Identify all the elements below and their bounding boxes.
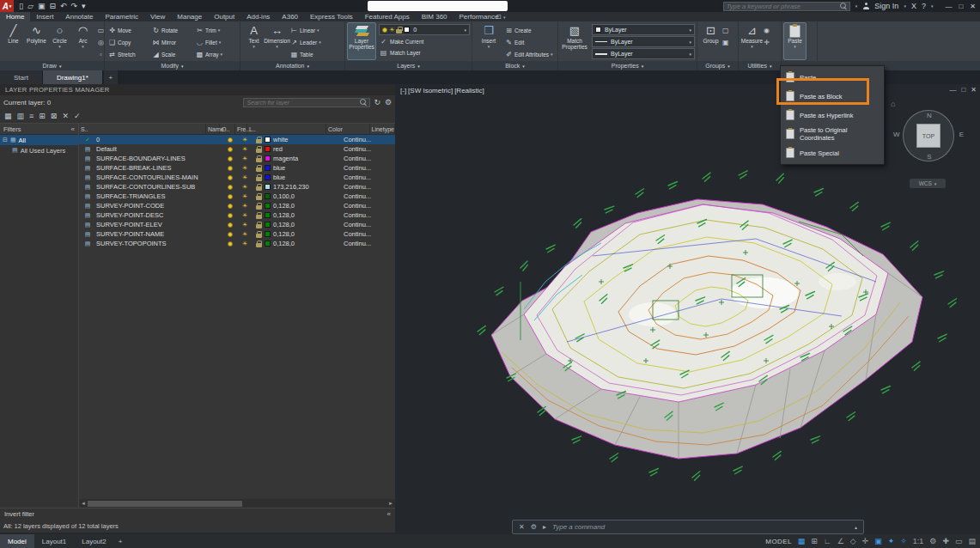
panel-label-block[interactable]: Block▾ xyxy=(472,61,558,70)
id-point-icon[interactable]: ✛ xyxy=(764,36,770,48)
search-icon[interactable] xyxy=(840,3,847,9)
layer-color-cell[interactable]: 0,128,0 xyxy=(265,202,344,210)
infocenter-search[interactable] xyxy=(723,2,850,11)
tree-expand-icon[interactable]: ⊟ xyxy=(3,137,8,143)
layer-properties-button[interactable]: Layer Properties xyxy=(347,22,376,60)
new-file-icon[interactable]: ▯ xyxy=(19,0,23,12)
annotation-sub-tool-button[interactable]: ↗ Leader ▾ xyxy=(289,36,321,48)
ribbon-tab[interactable]: Annotate xyxy=(59,12,99,21)
layer-search-input[interactable] xyxy=(247,100,360,106)
annotation-autoscale-icon[interactable]: ✧ xyxy=(900,537,907,545)
layer-freeze-toggle[interactable]: ☀ xyxy=(237,222,253,228)
group-button[interactable]: ⊡ Group xyxy=(699,22,722,60)
collapse-filters-icon[interactable]: « xyxy=(71,125,75,133)
layer-color-cell[interactable]: blue xyxy=(265,174,344,181)
layer-linetype-cell[interactable]: Continu... xyxy=(344,202,395,210)
help-icon[interactable]: ? xyxy=(922,2,926,10)
vp-close-icon[interactable]: ✕ xyxy=(971,86,977,94)
object-snap-tracking-icon[interactable]: ✛ xyxy=(862,537,869,545)
measure-button[interactable]: ⊿ Measure ▾ xyxy=(740,22,764,60)
settings-icon[interactable]: ⚙ xyxy=(385,98,392,107)
layer-linetype-cell[interactable]: Continu... xyxy=(344,192,395,200)
layer-lock-toggle[interactable] xyxy=(253,174,265,181)
layer-row[interactable]: ▤ SURVEY-POINT-DESC ☀ 0,128,0 Continu... xyxy=(79,210,395,220)
delete-layer-icon[interactable]: ✕ xyxy=(62,112,69,120)
layer-lock-toggle[interactable] xyxy=(253,203,265,210)
filter-all-used-layers[interactable]: ▤ All Used Layers xyxy=(0,145,78,155)
command-close-icon[interactable]: ✕ xyxy=(519,523,525,531)
layer-row[interactable]: ▤ SURFACE-TRIANGLES ☀ 0,100,0 Continu... xyxy=(79,192,395,201)
ribbon-tab[interactable]: Insert xyxy=(30,12,59,21)
command-history-toggle[interactable]: ▴ xyxy=(855,524,857,530)
ribbon-tab[interactable]: A360 xyxy=(276,12,304,21)
annotation-sub-tool-button[interactable]: ⊢ Linear ▾ xyxy=(289,24,321,36)
search-input[interactable] xyxy=(727,3,837,10)
scroll-right-icon[interactable]: ► xyxy=(388,501,393,506)
new-property-filter-icon[interactable]: ▦ xyxy=(4,112,12,120)
modify-tool-button[interactable]: ❏ Copy xyxy=(107,36,150,48)
customization-icon[interactable]: ▤ xyxy=(968,537,976,545)
layer-linetype-cell[interactable]: Continu... xyxy=(344,145,395,153)
close-button[interactable]: ✕ xyxy=(970,3,976,10)
layer-linetype-cell[interactable]: Continu... xyxy=(344,174,395,181)
layer-linetype-cell[interactable]: Continu... xyxy=(344,164,395,172)
layer-linetype-cell[interactable]: Continu... xyxy=(344,155,395,162)
plot-icon[interactable]: ⊟ xyxy=(49,0,56,12)
viewcube-west[interactable]: W xyxy=(893,131,900,138)
layer-lock-toggle[interactable] xyxy=(253,193,265,200)
draw-tool-button[interactable]: ○ Circle ▾ xyxy=(48,22,71,60)
layer-freeze-toggle[interactable]: ☀ xyxy=(237,212,253,219)
block-sub-tool-button[interactable]: ✐ Edit Attributes ▾ xyxy=(503,48,553,60)
column-header[interactable]: L.. xyxy=(247,124,326,135)
vp-minimize-icon[interactable]: — xyxy=(949,86,956,94)
linetype-combo[interactable]: ByLayer ▾ xyxy=(592,36,695,47)
new-layout-button[interactable]: + xyxy=(114,534,127,548)
search-dropdown-icon[interactable]: ▾ xyxy=(855,3,858,9)
region-tool-icon[interactable]: ▫ xyxy=(94,48,105,60)
viewport-menu-control[interactable]: [-] xyxy=(400,87,406,94)
file-tab[interactable]: Drawing1* xyxy=(43,70,103,84)
vp-restore-icon[interactable]: □ xyxy=(961,86,965,94)
layout-tab[interactable]: Model xyxy=(0,534,34,548)
layer-on-toggle[interactable] xyxy=(223,204,237,209)
layer-lock-toggle[interactable] xyxy=(253,212,265,219)
layer-on-toggle[interactable] xyxy=(223,175,237,180)
invert-filter-toggle[interactable]: Invert filter xyxy=(4,510,34,518)
modify-tool-button[interactable]: ⇄ Stretch xyxy=(107,48,150,60)
layer-row[interactable]: ✓ 0 ☀ white Continu... xyxy=(79,135,395,144)
layer-on-toggle[interactable] xyxy=(223,137,237,143)
exchange-apps-icon[interactable]: X xyxy=(911,2,916,10)
set-current-layer-icon[interactable]: ✓ xyxy=(74,112,81,120)
layer-color-cell[interactable]: red xyxy=(265,145,344,153)
redo-icon[interactable]: ↷ xyxy=(70,0,77,12)
layer-row[interactable]: ▤ SURFACE-CONTOURLINES-SUB ☀ 173,216,230… xyxy=(79,182,395,192)
help-dropdown-icon[interactable]: ▾ xyxy=(931,3,934,9)
new-group-filter-icon[interactable]: ▥ xyxy=(17,112,25,120)
layer-lock-toggle[interactable] xyxy=(253,222,265,228)
layer-color-cell[interactable]: 173,216,230 xyxy=(265,183,344,191)
layer-select-combo[interactable]: ☀ 0 ▾ xyxy=(379,24,470,35)
layer-on-toggle[interactable] xyxy=(223,194,237,199)
panel-label-annotation[interactable]: Annotation▾ xyxy=(240,61,345,70)
annotation-monitor-icon[interactable]: ✚ xyxy=(942,537,949,545)
layer-states-manager-icon[interactable]: ≡ xyxy=(29,112,33,120)
layers-tool-button[interactable]: ✓ Make Current xyxy=(379,36,470,47)
rectangle-tool-icon[interactable]: ▭ xyxy=(94,24,105,36)
ribbon-tab[interactable]: Add-ins xyxy=(240,12,276,21)
block-sub-tool-button[interactable]: ⊞ Create xyxy=(503,24,553,36)
block-sub-tool-button[interactable]: ✎ Edit xyxy=(503,36,553,48)
file-tab[interactable]: Start xyxy=(0,70,43,84)
group-edit-icon[interactable]: ▣ xyxy=(722,36,729,48)
undo-icon[interactable]: ↶ xyxy=(60,0,67,12)
object-color-combo[interactable]: ByLayer ▾ xyxy=(592,24,695,35)
quick-select-icon[interactable]: ◉ xyxy=(764,24,770,36)
modify-tool-button[interactable]: ◡ Fillet ▾ xyxy=(194,36,238,48)
layer-color-cell[interactable]: magenta xyxy=(265,155,344,162)
layer-freeze-toggle[interactable]: ☀ xyxy=(237,146,253,153)
layers-tool-button[interactable]: ▤ Match Layer xyxy=(379,47,470,58)
ribbon-tab[interactable]: Home xyxy=(0,12,30,21)
layout-tab[interactable]: Layout1 xyxy=(34,534,74,548)
annotation-visibility-icon[interactable]: ✦ xyxy=(888,537,895,545)
new-drawing-tab-button[interactable]: + xyxy=(104,70,118,84)
column-header[interactable]: Name xyxy=(206,124,220,135)
